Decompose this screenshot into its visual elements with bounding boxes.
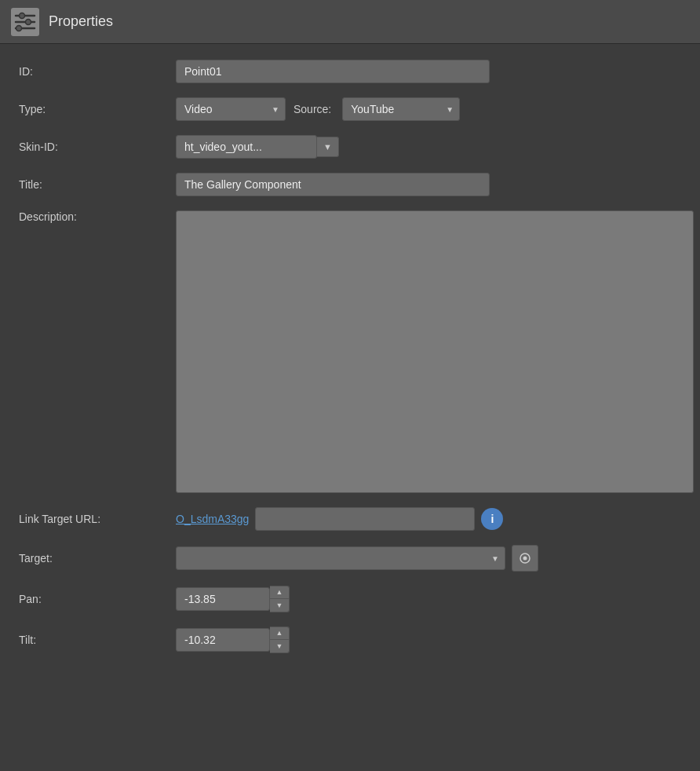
svg-point-6 [16, 25, 22, 31]
type-control-group: Video Image Audio Text ▼ Source: YouTube… [176, 97, 681, 121]
target-reset-button[interactable] [512, 545, 538, 572]
svg-point-2 [20, 13, 25, 18]
link-url-row: Link Target URL: O_LsdmA33gg i [19, 507, 681, 531]
id-label: ID: [19, 65, 176, 78]
info-button[interactable]: i [481, 508, 503, 530]
header-title: Properties [49, 13, 113, 30]
target-control-group: _self _blank _parent _top ▼ [176, 545, 681, 572]
source-select[interactable]: YouTube Vimeo Local [342, 97, 460, 121]
title-row: Title: [19, 173, 681, 196]
id-input[interactable] [176, 60, 490, 83]
target-row: Target: _self _blank _parent _top ▼ [19, 545, 681, 572]
skin-id-input[interactable] [176, 135, 317, 159]
tilt-row: Tilt: ▲ ▼ [19, 627, 681, 653]
tilt-control-group: ▲ ▼ [176, 627, 681, 653]
skin-id-row: Skin-ID: ▼ [19, 135, 681, 159]
source-label: Source: [293, 103, 331, 115]
pan-row: Pan: ▲ ▼ [19, 586, 681, 612]
source-select-wrapper: YouTube Vimeo Local ▼ [342, 97, 460, 121]
pan-spinner-buttons: ▲ ▼ [270, 586, 290, 612]
target-label: Target: [19, 552, 176, 565]
type-label: Type: [19, 103, 176, 115]
type-row: Type: Video Image Audio Text ▼ Source: Y… [19, 97, 681, 121]
skin-id-control-group: ▼ [176, 135, 681, 159]
link-url-control-group: O_LsdmA33gg i [176, 507, 681, 531]
link-url-label: Link Target URL: [19, 513, 176, 525]
properties-icon [11, 8, 39, 36]
title-control-group [176, 173, 681, 196]
skin-id-label: Skin-ID: [19, 141, 176, 153]
tilt-increment-button[interactable]: ▲ [270, 627, 289, 640]
pan-spinner: ▲ ▼ [176, 586, 290, 612]
skin-id-wrapper: ▼ [176, 135, 339, 159]
type-select-wrapper: Video Image Audio Text ▼ [176, 97, 286, 121]
description-row: Description: [19, 210, 681, 493]
svg-point-4 [26, 19, 31, 24]
title-label: Title: [19, 178, 176, 191]
description-label: Description: [19, 210, 176, 223]
skin-id-dropdown-button[interactable]: ▼ [317, 137, 339, 157]
id-control-group [176, 60, 681, 83]
svg-point-8 [523, 557, 527, 561]
pan-input[interactable] [176, 587, 270, 611]
tilt-input[interactable] [176, 628, 270, 652]
description-control-group [176, 210, 694, 493]
type-select[interactable]: Video Image Audio Text [176, 97, 286, 121]
id-row: ID: [19, 60, 681, 83]
properties-header: Properties [0, 0, 700, 44]
pan-decrement-button[interactable]: ▼ [270, 599, 289, 612]
link-url-input[interactable] [255, 507, 475, 531]
pan-increment-button[interactable]: ▲ [270, 586, 289, 599]
description-textarea[interactable] [176, 210, 694, 493]
properties-content: ID: Type: Video Image Audio Text ▼ Sourc… [0, 44, 700, 683]
tilt-spinner: ▲ ▼ [176, 627, 290, 653]
pan-control-group: ▲ ▼ [176, 586, 681, 612]
tilt-label: Tilt: [19, 634, 176, 646]
tilt-spinner-buttons: ▲ ▼ [270, 627, 290, 653]
link-url-link[interactable]: O_LsdmA33gg [176, 513, 249, 525]
tilt-decrement-button[interactable]: ▼ [270, 640, 289, 652]
target-select[interactable]: _self _blank _parent _top [176, 546, 505, 570]
target-select-wrapper: _self _blank _parent _top ▼ [176, 546, 505, 570]
pan-label: Pan: [19, 593, 176, 605]
title-input[interactable] [176, 173, 490, 196]
